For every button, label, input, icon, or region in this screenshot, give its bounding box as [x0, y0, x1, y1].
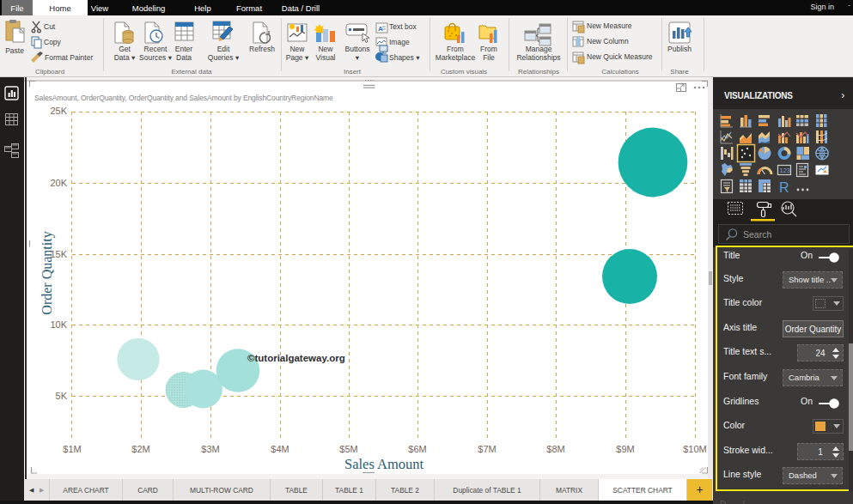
svg-text:Recent: Recent: [144, 45, 168, 53]
svg-text:Paste: Paste: [5, 46, 24, 55]
svg-text:From: From: [447, 45, 464, 53]
svg-text:Enter: Enter: [175, 45, 192, 53]
svg-text:Relationships: Relationships: [516, 53, 560, 62]
svg-text:Queries ▾: Queries ▾: [208, 53, 240, 62]
svg-text:New Measure: New Measure: [587, 21, 632, 30]
svg-text:Sources ▾: Sources ▾: [139, 53, 173, 62]
svg-text:New Quick Measure: New Quick Measure: [587, 52, 653, 61]
svg-text:File: File: [483, 53, 495, 62]
svg-text:Text box: Text box: [389, 22, 417, 31]
svg-text:123: 123: [780, 167, 791, 174]
svg-text:Data ▾: Data ▾: [114, 53, 136, 62]
svg-text:New: New: [289, 45, 305, 53]
svg-text:New Column: New Column: [587, 37, 629, 46]
svg-text:Edit: Edit: [217, 45, 230, 53]
svg-text:Image: Image: [389, 38, 410, 46]
svg-text:Page ▾: Page ▾: [286, 53, 309, 62]
svg-text:Marketplace: Marketplace: [436, 53, 476, 62]
svg-text:Visual: Visual: [316, 53, 336, 62]
svg-text:▾: ▾: [356, 53, 360, 62]
svg-text:Shapes ▾: Shapes ▾: [389, 53, 420, 62]
svg-text:Refresh: Refresh: [249, 45, 275, 53]
svg-text:Buttons: Buttons: [345, 45, 370, 53]
svg-text:Cut: Cut: [44, 22, 56, 31]
svg-text:R: R: [779, 180, 789, 195]
svg-text:Copy: Copy: [44, 38, 62, 46]
svg-text:From: From: [480, 45, 497, 53]
svg-text:Manage: Manage: [526, 45, 552, 53]
svg-text:New: New: [318, 45, 333, 53]
svg-text:Data: Data: [176, 53, 192, 62]
svg-text:A: A: [378, 25, 383, 33]
svg-text:Publish: Publish: [667, 45, 692, 53]
svg-text:Get: Get: [119, 45, 131, 53]
svg-text:Format Painter: Format Painter: [45, 53, 93, 62]
